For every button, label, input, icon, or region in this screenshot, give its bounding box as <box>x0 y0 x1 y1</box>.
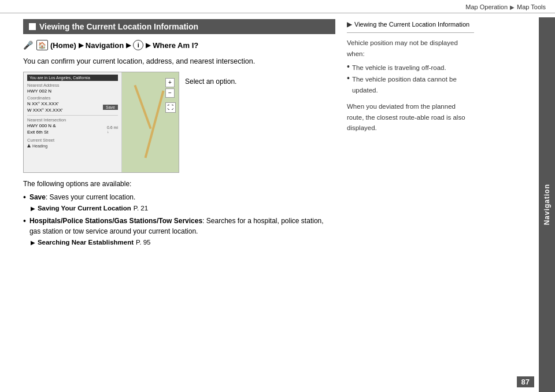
breadcrumb-part1: Map Operation <box>465 3 508 10</box>
right-col-header-text: Viewing the Current Location Information <box>354 20 469 30</box>
info-icon: i <box>133 40 143 50</box>
nearest-address-label: Nearest Address <box>27 83 118 88</box>
right-note: When you deviated from the planned route… <box>347 101 474 133</box>
page-number: 87 <box>517 376 534 387</box>
right-column: ▶ Viewing the Current Location Informati… <box>347 19 474 250</box>
select-option-text: Select an option. <box>185 72 236 173</box>
right-col-icon: ▶ <box>347 19 352 30</box>
option-save-text: : Saves your current location. <box>46 193 135 201</box>
intersection-row: HWY 000 N & Exit 6th St 0.6 mi↓ <box>27 123 118 136</box>
map-controls: + − ⛶ <box>165 78 176 113</box>
map-location-bar: You are in Los Angeles, California <box>27 75 118 81</box>
right-bullet-text-2: The vehicle position data cannot be upda… <box>352 74 474 95</box>
option-item-save: • Save: Saves your current location. ▶ S… <box>23 192 335 213</box>
home-label: (Home) <box>50 41 76 50</box>
map-panel: You are in Los Angeles, California Neare… <box>24 72 122 172</box>
bullet-dot-2: • <box>23 217 26 247</box>
right-sidebar: Navigation <box>539 17 555 392</box>
option-item-hospitals: • Hospitals/Police Stations/Gas Stations… <box>23 216 335 247</box>
right-bullet-dot-2: • <box>347 74 350 95</box>
section-header-square <box>29 23 36 30</box>
options-list: The following options are available: • S… <box>23 179 335 248</box>
bullet-dot-1: • <box>23 193 26 213</box>
description-text: You can confirm your current location, a… <box>23 56 335 67</box>
coordinates-label: Coordinates <box>27 95 118 101</box>
left-column: Viewing the Current Location Information… <box>23 19 335 250</box>
nearest-intersection-label: Nearest Intersection <box>27 117 118 123</box>
ref-icon-1: ▶ <box>31 204 35 213</box>
main-content: Viewing the Current Location Information… <box>0 13 538 256</box>
right-col-content: Vehicle position may not be displayed wh… <box>347 38 474 133</box>
section-title: Viewing the Current Location Information <box>39 22 198 31</box>
option-save-ref-text: Saving Your Current Location <box>38 204 131 213</box>
right-bullet-1: • The vehicle is traveling off-road. <box>347 62 474 73</box>
header-arrow1: ▶ <box>510 4 515 10</box>
intersection-distance: 0.6 mi↓ <box>107 125 118 134</box>
right-intro: Vehicle position may not be displayed wh… <box>347 38 474 59</box>
header-bar: Map Operation ▶ Map Tools <box>0 0 555 13</box>
option-save-term: Save <box>29 193 46 201</box>
breadcrumb-part2: Map Tools <box>517 3 546 10</box>
intersection-value2: Exit 6th St <box>27 130 56 135</box>
screenshot-container: You are in Los Angeles, California Neare… <box>23 72 335 173</box>
breadcrumb: Map Operation ▶ Map Tools <box>465 3 546 10</box>
heading-text: Heading <box>32 144 47 148</box>
nav-arrow1: ▶ <box>79 42 83 49</box>
option-save-content: Save: Saves your current location. ▶ Sav… <box>29 192 335 213</box>
ui-screenshot: You are in Los Angeles, California Neare… <box>23 72 179 173</box>
nearest-address-value: HWY 002 N <box>27 88 118 94</box>
where-am-i-label: Where Am I? <box>153 41 198 50</box>
nav-path: 🎤 🏠 (Home) ▶ Navigation ▶ i ▶ Where Am I… <box>23 40 335 50</box>
heading-row: Heading <box>27 144 118 148</box>
intersection-value: HWY 000 N & <box>27 123 56 128</box>
right-bullet-2: • The vehicle position data cannot be up… <box>347 74 474 95</box>
coord1: N XX° XX.XXX' <box>27 101 63 106</box>
expand-button[interactable]: ⛶ <box>165 102 176 113</box>
option-hospitals-ref-text: Searching Near Establishment <box>38 238 134 247</box>
voice-icon: 🎤 <box>23 40 33 50</box>
nav-arrow2: ▶ <box>126 42 131 49</box>
zoom-out-button[interactable]: − <box>165 88 175 98</box>
option-hospitals-ref: ▶ Searching Near Establishment P. 95 <box>31 238 335 247</box>
heading-triangle <box>27 144 31 147</box>
coordinates-row: N XX° XX.XXX' W XXX° XX.XXX' Save <box>27 101 118 114</box>
nav-label: Navigation <box>86 41 124 50</box>
right-col-header: ▶ Viewing the Current Location Informati… <box>347 19 474 33</box>
zoom-in-button[interactable]: + <box>165 78 175 87</box>
section-header: Viewing the Current Location Information <box>23 19 335 34</box>
options-title: The following options are available: <box>23 179 335 190</box>
map-save-button[interactable]: Save <box>103 105 118 110</box>
sidebar-label: Navigation <box>543 184 551 225</box>
option-hospitals-content: Hospitals/Police Stations/Gas Stations/T… <box>29 216 335 247</box>
option-hospitals-ref-page: P. 95 <box>136 238 150 247</box>
option-save-ref: ▶ Saving Your Current Location P. 21 <box>31 204 335 213</box>
ref-icon-2: ▶ <box>31 238 35 247</box>
coord2: W XXX° XX.XXX' <box>27 108 63 113</box>
right-bullet-dot-1: • <box>347 62 350 73</box>
option-save-ref-page: P. 21 <box>134 204 148 213</box>
current-street-label: Current Street <box>27 138 118 143</box>
option-hospitals-term: Hospitals/Police Stations/Gas Stations/T… <box>29 217 202 225</box>
right-bullet-text-1: The vehicle is traveling off-road. <box>352 62 446 73</box>
home-icon: 🏠 <box>36 40 48 50</box>
nav-arrow3: ▶ <box>146 42 150 49</box>
